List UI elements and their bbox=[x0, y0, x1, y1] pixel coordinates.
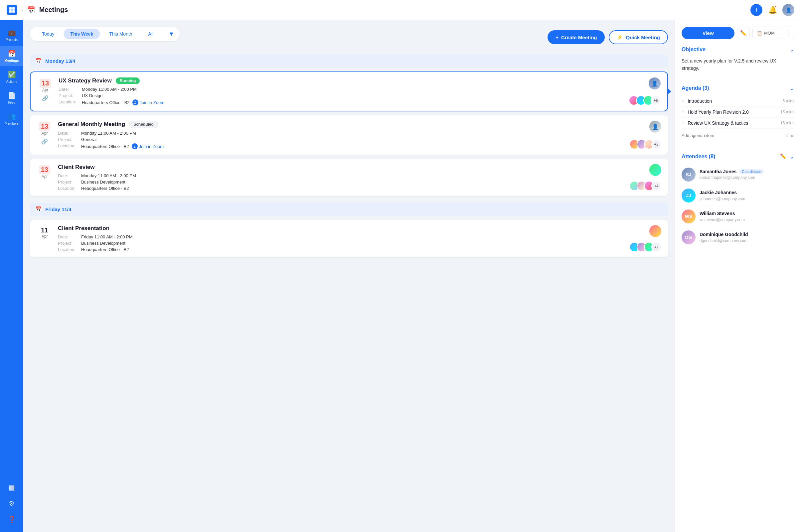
pencil-icon: ✏️ bbox=[740, 30, 747, 36]
filter-tab-this-month[interactable]: This Month bbox=[103, 28, 139, 39]
filter-tab-all[interactable]: All bbox=[142, 28, 160, 39]
sidebar-item-actions[interactable]: ✅ Actions bbox=[0, 67, 23, 87]
meeting-title-row: Client Review bbox=[58, 164, 624, 171]
meeting-date-badge: 13 Apr 🔗 bbox=[37, 121, 53, 149]
meeting-info: Client Review Date: Monday 11:00 AM - 2:… bbox=[58, 164, 624, 191]
avatar-overflow: +5 bbox=[651, 139, 661, 149]
header-right-actions: + Create Meeting ⚡ Quick Meeting bbox=[547, 30, 668, 44]
plus-icon: + bbox=[755, 6, 759, 14]
meeting-card-client-presentation[interactable]: 11 Apr Client Presentation Date: Friday … bbox=[30, 220, 668, 258]
drag-handle-icon: ≡ bbox=[682, 120, 684, 126]
zoom-link[interactable]: Z Join in Zoom bbox=[132, 99, 164, 106]
chevron-down-icon: ⌄ bbox=[789, 46, 794, 53]
calendar-icon: 📅 bbox=[8, 50, 16, 58]
agenda-section-header[interactable]: Agenda (3) ⌄ bbox=[682, 84, 794, 92]
attendee-avatar: SJ bbox=[682, 168, 695, 182]
meeting-right: +2 bbox=[629, 225, 661, 252]
day-header-friday: 📅 Friday 11/4 bbox=[30, 203, 668, 216]
edit-button[interactable]: ✏️ bbox=[737, 26, 750, 39]
user-avatar[interactable]: 👤 bbox=[782, 4, 794, 16]
chevron-down-icon: ⌄ bbox=[789, 84, 794, 92]
filter-icon[interactable]: ▼ bbox=[168, 31, 174, 38]
meeting-title: General Monthly Meeting bbox=[58, 121, 125, 128]
topbar: › 📅 Meetings + 🔔 👤 bbox=[0, 0, 801, 20]
meeting-title: Client Review bbox=[58, 164, 95, 171]
meeting-meta: Date: Friday 11:00 AM - 2:00 PM Project:… bbox=[58, 234, 624, 252]
lightning-icon: ⚡ bbox=[617, 34, 623, 40]
attendee-row: SJ Samantha Jones Coordinator samanthajo… bbox=[682, 164, 794, 185]
briefcase-icon: 💼 bbox=[8, 28, 16, 37]
meeting-title-row: UX Strategy Review Running bbox=[58, 77, 623, 84]
attendees-section-header[interactable]: Attendees (8) ✏️ ⌄ bbox=[682, 153, 794, 160]
attendee-avatar: DG bbox=[682, 230, 695, 244]
quick-meeting-button[interactable]: ⚡ Quick Meeting bbox=[609, 30, 668, 44]
meeting-right: +4 bbox=[629, 164, 661, 191]
chevron-down-icon: ⌄ bbox=[789, 153, 794, 160]
filter-tab-today[interactable]: Today bbox=[35, 28, 61, 39]
date-month: Apr bbox=[42, 234, 48, 239]
date-number: 13 bbox=[40, 79, 51, 88]
meeting-title: Client Presentation bbox=[58, 225, 109, 232]
meetings-icon: 📅 bbox=[27, 6, 35, 14]
view-button[interactable]: View bbox=[682, 27, 734, 39]
section-divider bbox=[682, 146, 794, 146]
global-add-button[interactable]: + bbox=[750, 4, 762, 16]
agenda-item: ≡ Introduction 5 mins bbox=[682, 96, 794, 107]
zoom-icon: Z bbox=[132, 143, 138, 149]
meeting-card-client-review[interactable]: 13 Apr Client Review Date: Monday 11:00 … bbox=[30, 158, 668, 196]
dashboard-icon: ▦ bbox=[8, 483, 15, 491]
zoom-link[interactable]: Z Join in Zoom bbox=[132, 143, 164, 149]
filter-tab-this-week[interactable]: This Week bbox=[63, 28, 100, 39]
meeting-info: Client Presentation Date: Friday 11:00 A… bbox=[58, 225, 624, 252]
sidebar-item-settings[interactable]: ⚙ bbox=[0, 496, 23, 511]
zoom-icon: Z bbox=[132, 99, 138, 106]
attendee-info: Samantha Jones Coordinator samanthajones… bbox=[700, 169, 794, 180]
plus-icon: + bbox=[556, 35, 559, 40]
calendar-small-icon: 📅 bbox=[35, 58, 42, 64]
more-options-button[interactable]: ⋮ bbox=[782, 26, 794, 39]
help-icon: ❓ bbox=[8, 515, 16, 524]
sidebar-item-dashboard[interactable]: ▦ bbox=[0, 480, 23, 495]
attendee-avatars: +5 bbox=[629, 95, 660, 106]
sidebar-item-help[interactable]: ❓ bbox=[0, 512, 23, 527]
page-title: Meetings bbox=[39, 6, 746, 14]
agenda-item: ≡ Review UX Strategy & tactics 15 mins bbox=[682, 118, 794, 129]
objective-section-header[interactable]: Objective ⌄ bbox=[682, 46, 794, 53]
meeting-title-row: General Monthly Meeting Scheduled bbox=[58, 121, 624, 128]
sidebar-item-members[interactable]: 👥 Members bbox=[0, 109, 23, 129]
attendee-avatars: +4 bbox=[629, 181, 661, 191]
date-month: Apr bbox=[42, 88, 49, 92]
meeting-meta: Date: Monday 11:00 AM - 2:00 PM Project:… bbox=[58, 131, 624, 149]
calendar-small-icon: 📅 bbox=[35, 206, 42, 212]
more-icon: ⋮ bbox=[785, 29, 791, 37]
meeting-host-avatar: 👤 bbox=[649, 77, 660, 90]
svg-rect-1 bbox=[12, 7, 15, 10]
meeting-card-general-monthly[interactable]: 13 Apr 🔗 General Monthly Meeting Schedul… bbox=[30, 115, 668, 155]
gear-icon: ⚙ bbox=[8, 499, 15, 507]
meeting-host-avatar: 👤 bbox=[649, 121, 661, 133]
date-number: 13 bbox=[39, 165, 50, 174]
day-header-monday: 📅 Monday 13/4 bbox=[30, 55, 668, 68]
coordinator-badge: Coordinator bbox=[739, 169, 763, 174]
objective-text: Set a new yearly plan for V.2.5 and revi… bbox=[682, 57, 794, 72]
breadcrumb-chevron: › bbox=[21, 7, 23, 13]
svg-rect-2 bbox=[9, 10, 12, 13]
sidebar-item-files[interactable]: 📄 Files bbox=[0, 88, 23, 108]
avatar-overflow: +5 bbox=[651, 95, 660, 106]
svg-rect-0 bbox=[9, 7, 12, 10]
edit-attendees-icon[interactable]: ✏️ bbox=[780, 153, 787, 159]
create-meeting-button[interactable]: + Create Meeting bbox=[547, 30, 605, 44]
file-icon: 📄 bbox=[8, 92, 16, 99]
attendee-info: Jackie Johannes jjohannes@company.com bbox=[700, 190, 794, 202]
mom-button[interactable]: 📋 MOM bbox=[752, 26, 779, 39]
meeting-title: UX Strategy Review bbox=[58, 77, 112, 84]
meeting-right: 👤 +5 bbox=[629, 77, 660, 106]
check-circle-icon: ✅ bbox=[8, 71, 16, 78]
notifications-button[interactable]: 🔔 bbox=[766, 4, 778, 16]
attendee-info: Dominique Goodchild dgoodchild@company.c… bbox=[700, 231, 794, 243]
meeting-title-row: Client Presentation bbox=[58, 225, 624, 232]
sidebar-item-meetings[interactable]: 📅 Meetings bbox=[0, 46, 23, 66]
sidebar-item-projects[interactable]: 💼 Projects bbox=[0, 25, 23, 45]
meeting-card-ux-strategy[interactable]: 13 Apr 🔗 UX Strategy Review Running Date… bbox=[30, 72, 668, 111]
add-agenda-input[interactable] bbox=[682, 133, 782, 138]
